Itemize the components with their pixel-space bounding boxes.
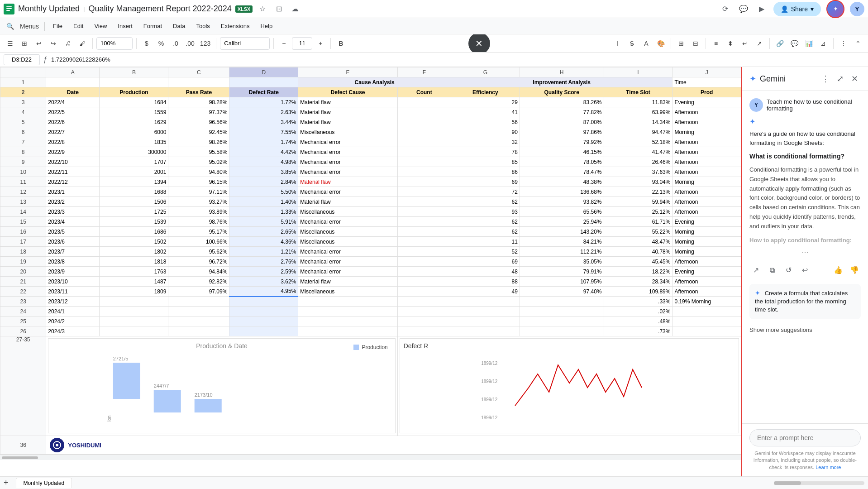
present-icon[interactable]: ▶ [755,3,768,15]
menu-data[interactable]: Data [168,21,190,31]
cell-g2[interactable]: Efficiency [451,87,520,97]
cell-e2[interactable]: Defect Cause [298,87,397,97]
filter-icon[interactable]: ⊿ [817,37,830,50]
redo-icon[interactable]: ↪ [47,37,60,50]
close-button[interactable]: ✕ [468,34,490,53]
menu-file[interactable]: File [48,21,67,31]
history-icon[interactable]: ⟳ [719,3,732,15]
copy-to-sheet-button[interactable]: ↗ [749,264,762,277]
valign-icon[interactable]: ⬍ [724,37,737,50]
retry-button[interactable]: ↺ [782,264,795,277]
cell-b2[interactable]: Production [100,87,168,97]
italic-button[interactable]: I [611,37,624,50]
sheet-tab[interactable]: Monthly Updated [16,478,72,488]
suggestion-card[interactable]: ✦ Create a formula that calculates the t… [749,284,861,320]
share-response-button[interactable]: ↩ [798,264,811,277]
col-j-header[interactable]: J [672,67,741,77]
currency-icon[interactable]: $ [140,37,153,50]
scroll-thumb[interactable] [2,456,38,459]
cell-j2[interactable]: Prod [672,87,741,97]
highlight-icon[interactable]: 🎨 [654,37,667,50]
text-color-icon[interactable]: A [640,37,653,50]
star-icon[interactable]: ☆ [256,3,269,15]
thumbs-down-button[interactable]: 👎 [848,264,861,277]
menu-format[interactable]: Format [139,21,167,31]
menu-insert[interactable]: Insert [113,21,137,31]
col-c-header[interactable]: C [168,67,229,77]
gemini-close-button[interactable]: ✕ [848,72,861,85]
cell-f2[interactable]: Count [397,87,451,97]
cell-d2[interactable]: Defect Rate [229,87,298,97]
percent-icon[interactable]: % [155,37,167,50]
cell-d1[interactable] [229,77,298,87]
increase-font-icon[interactable]: + [314,37,327,50]
cell-b1[interactable] [100,77,168,87]
menu-edit[interactable]: Edit [69,21,88,31]
borders-icon[interactable]: ⊞ [675,37,687,50]
menus-icon[interactable]: ☰ [4,37,16,50]
cell-i2[interactable]: Time Slot [604,87,672,97]
gemini-expand-button[interactable]: ⤢ [834,72,846,85]
print-icon[interactable]: 🖨 [62,37,74,50]
thumbs-up-button[interactable]: 👍 [832,264,844,277]
font-input[interactable] [220,37,270,50]
table-icon[interactable]: ⊞ [18,37,31,50]
cell-a1[interactable] [46,77,100,87]
col-b-header[interactable]: B [100,67,168,77]
strikethrough-button[interactable]: S̶ [625,37,638,50]
cloud-icon[interactable]: ☁ [289,3,301,15]
col-e-header[interactable]: E [298,67,397,77]
search-menus-btn[interactable]: 🔍 [4,20,16,33]
cell-h2[interactable]: Quality Score [520,87,604,97]
paint-format-icon[interactable]: 🖌 [76,37,89,50]
insert-chart-icon[interactable]: 📊 [802,37,815,50]
undo-icon[interactable]: ↩ [33,37,45,50]
formula-input[interactable] [51,56,864,63]
comments-icon[interactable]: 💬 [737,3,750,15]
user-avatar[interactable]: Y [850,2,864,16]
align-icon[interactable]: ≡ [710,37,722,50]
cell-e1[interactable]: Cause Analysis [298,77,451,87]
col-f-header[interactable]: F [397,67,451,77]
col-g-header[interactable]: G [451,67,520,77]
add-sheet-button[interactable]: + [4,478,9,488]
cell-reference[interactable] [4,54,40,65]
font-size-input[interactable] [292,37,312,50]
gemini-more-button[interactable]: ⋮ [819,72,832,85]
rotate-icon[interactable]: ↗ [753,37,766,50]
copy-button[interactable]: ⧉ [766,264,778,277]
bold-button[interactable]: B [334,37,347,50]
insert-link-icon[interactable]: 🔗 [773,37,786,50]
show-more-suggestions[interactable]: Show more suggestions [749,325,861,335]
learn-more-link[interactable]: Learn more [816,465,841,470]
menu-view[interactable]: View [90,21,111,31]
col-i-header[interactable]: I [604,67,672,77]
cell-c1[interactable] [168,77,229,87]
merge-icon[interactable]: ⊟ [689,37,702,50]
decrease-font-icon[interactable]: − [277,37,290,50]
decrease-decimal-icon[interactable]: .0 [169,37,182,50]
collapse-icon[interactable]: ⌃ [852,37,864,50]
wrap-icon[interactable]: ↵ [739,37,751,50]
menu-help[interactable]: Help [256,21,277,31]
cell-g1[interactable]: Improvement Analysis [451,77,672,87]
col-d-header[interactable]: D [229,67,298,77]
cell-a2[interactable]: Date [46,87,100,97]
spreadsheet[interactable]: A B C D E F G H I J 1 [0,67,741,476]
prompt-input[interactable] [749,429,861,446]
increase-decimal-icon[interactable]: .00 [184,37,196,50]
zoom-input[interactable] [96,37,133,50]
horizontal-scrollbar[interactable] [0,455,741,460]
horizontal-scroll-bar[interactable] [774,481,864,485]
cell-j1[interactable]: Time [672,77,741,87]
cell-c2[interactable]: Pass Rate [168,87,229,97]
insert-comment-icon[interactable]: 💬 [788,37,801,50]
more-icon[interactable]: ⋮ [837,37,850,50]
share-button[interactable]: 👤 Share ▾ [773,2,821,16]
menu-tools[interactable]: Tools [192,21,215,31]
menu-extensions[interactable]: Extensions [216,21,254,31]
format-123-icon[interactable]: 123 [198,37,212,50]
col-a-header[interactable]: A [46,67,100,77]
col-h-header[interactable]: H [520,67,604,77]
gemini-fab[interactable]: ✦ [826,0,844,18]
